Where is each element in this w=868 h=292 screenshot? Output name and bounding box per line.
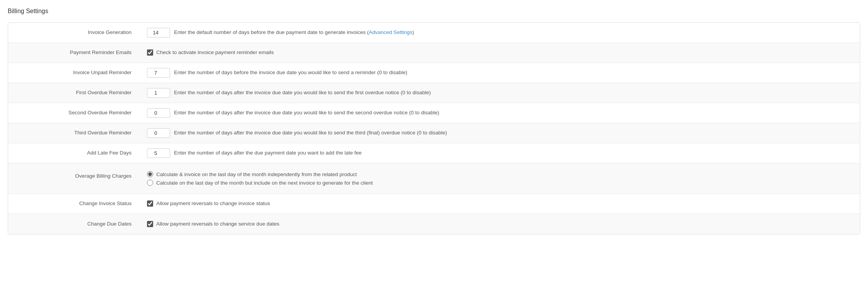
change-due-dates-description: Allow payment reversals to change servic… [156,221,279,228]
third-overdue-reminder-content: Enter the number of days after the invoi… [139,124,860,142]
overage-option-1-label: Calculate & invoice on the last day of t… [156,171,357,177]
add-late-fee-days-description: Enter the number of days after the due p… [174,149,361,157]
payment-reminder-emails-checkbox[interactable] [147,49,153,56]
first-overdue-reminder-input[interactable] [147,88,170,98]
change-invoice-status-content: Allow payment reversals to change invoic… [139,196,860,211]
payment-reminder-emails-checkbox-wrapper: Check to activate invoice payment remind… [147,49,274,56]
payment-reminder-emails-label: Payment Reminder Emails [8,44,139,61]
second-overdue-reminder-content: Enter the number of days after the invoi… [139,104,860,122]
change-due-dates-checkbox-wrapper: Allow payment reversals to change servic… [147,221,279,228]
settings-container: Invoice Generation Enter the default num… [8,22,860,234]
overage-billing-charges-row: Overage Billing Charges Calculate & invo… [8,163,860,194]
payment-reminder-emails-row: Payment Reminder Emails Check to activat… [8,43,860,63]
invoice-generation-label: Invoice Generation [8,24,139,41]
invoice-generation-row: Invoice Generation Enter the default num… [8,23,860,43]
invoice-unpaid-reminder-input[interactable] [147,68,170,78]
third-overdue-reminder-description: Enter the number of days after the invoi… [174,129,447,137]
first-overdue-reminder-description: Enter the number of days after the invoi… [174,89,431,97]
third-overdue-reminder-input[interactable] [147,128,170,138]
change-due-dates-checkbox[interactable] [147,221,153,227]
change-invoice-status-label: Change Invoice Status [8,195,139,212]
change-due-dates-content: Allow payment reversals to change servic… [139,217,860,232]
invoice-generation-content: Enter the default number of days before … [139,24,860,41]
first-overdue-reminder-content: Enter the number of days after the invoi… [139,84,860,102]
add-late-fee-days-label: Add Late Fee Days [8,145,139,161]
second-overdue-reminder-row: Second Overdue Reminder Enter the number… [8,103,860,123]
change-invoice-status-checkbox[interactable] [147,200,153,207]
invoice-generation-input[interactable] [147,28,170,37]
add-late-fee-days-input[interactable] [147,148,170,158]
overage-option-2-label: Calculate on the last day of the month b… [156,180,373,186]
overage-billing-charges-radio-group: Calculate & invoice on the last day of t… [147,171,373,186]
change-invoice-status-checkbox-wrapper: Allow payment reversals to change invoic… [147,200,270,207]
payment-reminder-emails-description: Check to activate invoice payment remind… [156,49,274,56]
advanced-settings-link[interactable]: Advanced Settings [369,29,412,35]
invoice-generation-description: Enter the default number of days before … [174,29,414,36]
change-invoice-status-description: Allow payment reversals to change invoic… [156,200,270,207]
invoice-unpaid-reminder-content: Enter the number of days before the invo… [139,64,860,81]
third-overdue-reminder-row: Third Overdue Reminder Enter the number … [8,123,860,143]
overage-option-1[interactable]: Calculate & invoice on the last day of t… [147,171,373,177]
second-overdue-reminder-input[interactable] [147,108,170,118]
first-overdue-reminder-row: First Overdue Reminder Enter the number … [8,83,860,103]
invoice-unpaid-reminder-label: Invoice Unpaid Reminder [8,65,139,81]
change-invoice-status-row: Change Invoice Status Allow payment reve… [8,194,860,214]
payment-reminder-emails-content: Check to activate invoice payment remind… [139,45,860,60]
first-overdue-reminder-label: First Overdue Reminder [8,85,139,101]
overage-billing-charges-content: Calculate & invoice on the last day of t… [139,167,860,190]
page-title: Billing Settings [8,8,860,15]
change-due-dates-row: Change Due Dates Allow payment reversals… [8,214,860,234]
second-overdue-reminder-label: Second Overdue Reminder [8,105,139,121]
overage-option-2[interactable]: Calculate on the last day of the month b… [147,180,373,186]
change-due-dates-label: Change Due Dates [8,216,139,233]
overage-radio-2[interactable] [147,180,153,186]
overage-radio-1[interactable] [147,171,153,177]
invoice-unpaid-reminder-description: Enter the number of days before the invo… [174,69,407,76]
overage-billing-charges-label: Overage Billing Charges [8,167,139,185]
invoice-unpaid-reminder-row: Invoice Unpaid Reminder Enter the number… [8,63,860,83]
third-overdue-reminder-label: Third Overdue Reminder [8,125,139,141]
second-overdue-reminder-description: Enter the number of days after the invoi… [174,109,439,117]
add-late-fee-days-row: Add Late Fee Days Enter the number of da… [8,143,860,163]
add-late-fee-days-content: Enter the number of days after the due p… [139,144,860,162]
